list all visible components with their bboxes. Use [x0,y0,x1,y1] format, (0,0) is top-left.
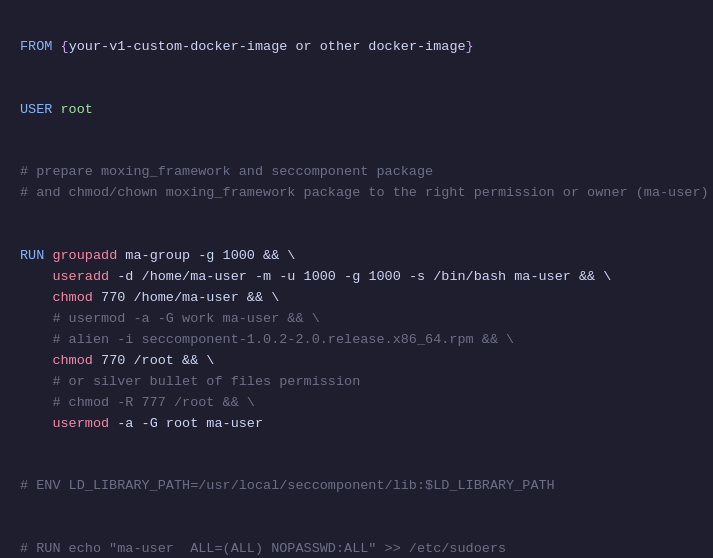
line-8: RUN groupadd ma-group -g 1000 && \ [20,248,295,263]
line-16: usermod -a -G root ma-user [20,416,263,431]
line-11: # usermod -a -G work ma-user && \ [20,311,320,326]
line-3: USER root [20,102,93,117]
line-15: # chmod -R 777 /root && \ [20,395,255,410]
line-12: # alien -i seccomponent-1.0.2-2.0.releas… [20,332,514,347]
line-18: # ENV LD_LIBRARY_PATH=/usr/local/seccomp… [20,478,555,493]
line-6: # and chmod/chown moxing_framework packa… [20,185,709,200]
code-editor: FROM {your-v1-custom-docker-image or oth… [20,16,693,558]
line-9: useradd -d /home/ma-user -m -u 1000 -g 1… [20,269,611,284]
line-14: # or silver bullet of files permission [20,374,360,389]
line-10: chmod 770 /home/ma-user && \ [20,290,279,305]
line-1: FROM {your-v1-custom-docker-image or oth… [20,39,474,54]
line-13: chmod 770 /root && \ [20,353,214,368]
line-20: # RUN echo "ma-user ALL=(ALL) NOPASSWD:A… [20,541,506,556]
line-5: # prepare moxing_framework and seccompon… [20,164,433,179]
